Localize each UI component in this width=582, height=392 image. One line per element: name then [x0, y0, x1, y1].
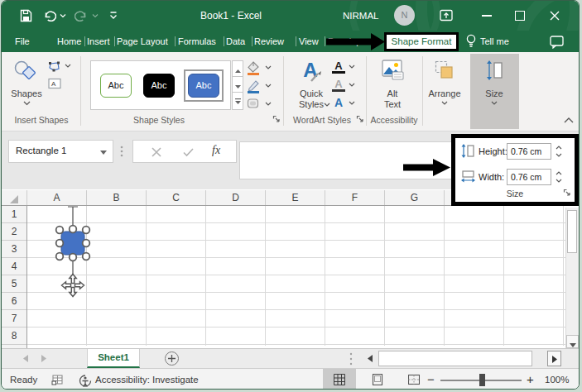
edit-shape-dropdown-icon[interactable]	[65, 64, 71, 69]
gallery-scroll-down[interactable]	[232, 76, 243, 93]
text-outline-dropdown-icon[interactable]	[349, 83, 355, 88]
row-header-1[interactable]: 1	[2, 206, 26, 223]
cells-area[interactable]	[27, 206, 565, 346]
column-header-D[interactable]: D	[206, 190, 266, 205]
shape-style-3[interactable]: Abc	[188, 74, 219, 98]
shape-styles-dialog-launcher-icon[interactable]	[272, 115, 281, 123]
shape-fill-icon[interactable]	[247, 61, 261, 75]
tab-file[interactable]: File	[15, 31, 30, 52]
size-icon[interactable]	[485, 60, 503, 80]
gallery-scroll-up[interactable]	[232, 60, 243, 77]
page-layout-view-button[interactable]	[361, 369, 394, 390]
alt-text-button-line1[interactable]: Alt	[376, 88, 409, 98]
maximize-button[interactable]	[515, 11, 525, 21]
sheet-tab-sheet1[interactable]: Sheet1	[87, 349, 140, 368]
tab-formulas[interactable]: Formulas	[178, 31, 216, 52]
row-header-6[interactable]: 6	[2, 293, 26, 310]
shapes-dropdown-icon[interactable]	[23, 101, 31, 106]
size-dropdown-icon[interactable]	[491, 101, 498, 106]
new-sheet-button[interactable]	[165, 351, 179, 366]
cancel-icon[interactable]	[152, 147, 161, 157]
accessibility-checker-icon[interactable]	[78, 374, 92, 387]
collapse-ribbon-icon[interactable]	[563, 117, 575, 124]
text-fill-dropdown-icon[interactable]	[349, 65, 355, 69]
save-icon[interactable]	[20, 9, 32, 22]
tab-insert[interactable]: Insert	[87, 31, 110, 52]
vertical-scrollbar-thumb[interactable]	[567, 210, 577, 253]
undo-dropdown-icon[interactable]	[60, 13, 66, 18]
name-box-dropdown-icon[interactable]	[100, 151, 108, 155]
row-header-4[interactable]: 4	[2, 258, 26, 275]
column-header-C[interactable]: C	[147, 190, 206, 205]
size-button[interactable]: Size	[475, 88, 513, 98]
tab-strip-divider[interactable]	[349, 352, 353, 366]
column-header-F[interactable]: F	[325, 190, 385, 205]
redo-dropdown-icon[interactable]	[92, 13, 99, 18]
shapes-button[interactable]: Shapes	[8, 88, 45, 98]
tab-view[interactable]: View	[299, 31, 319, 52]
row-header-7[interactable]: 7	[2, 310, 26, 327]
quick-styles-label-line1[interactable]: Quick	[293, 88, 329, 98]
shapes-icon[interactable]	[13, 60, 38, 81]
hscroll-left-icon[interactable]	[366, 355, 373, 362]
zoom-slider-thumb[interactable]	[479, 374, 485, 386]
gallery-more-button[interactable]	[232, 92, 243, 110]
wordart-dialog-launcher-icon[interactable]	[356, 115, 364, 123]
shape-effects-icon[interactable]	[247, 98, 261, 110]
enter-icon[interactable]	[183, 147, 194, 157]
insert-function-button[interactable]: fx	[212, 144, 220, 157]
size-dialog-launcher-icon[interactable]	[563, 189, 571, 197]
user-name[interactable]: NIRMAL	[343, 11, 378, 21]
shape-outline-dropdown-icon[interactable]	[265, 84, 272, 88]
shape-fill-dropdown-icon[interactable]	[265, 65, 272, 70]
tab-page-layout[interactable]: Page Layout	[117, 31, 168, 52]
row-header-8[interactable]: 8	[2, 327, 26, 345]
name-box[interactable]: Rectangle 1	[8, 140, 113, 163]
arrange-button[interactable]: Arrange	[424, 88, 465, 98]
undo-icon[interactable]	[42, 9, 56, 22]
customize-quick-access-icon[interactable]	[109, 11, 118, 19]
row-header-5[interactable]: 5	[2, 275, 26, 293]
page-break-view-button[interactable]	[397, 369, 430, 390]
zoom-out-button[interactable]: −	[427, 372, 435, 386]
minimize-button[interactable]	[482, 15, 492, 17]
height-spinner[interactable]	[556, 146, 562, 157]
arrange-icon[interactable]	[435, 60, 455, 80]
arrange-dropdown-icon[interactable]	[441, 101, 448, 106]
close-button[interactable]	[549, 10, 560, 22]
tab-review[interactable]: Review	[254, 31, 284, 52]
text-effects-icon[interactable]: A	[332, 96, 345, 109]
horizontal-scrollbar-thumb[interactable]	[378, 351, 532, 366]
row-header-2[interactable]: 2	[2, 223, 26, 241]
formula-bar-drag-handle[interactable]	[120, 146, 123, 159]
width-spinner[interactable]	[556, 171, 562, 183]
normal-view-button[interactable]	[323, 369, 356, 390]
shape-style-2[interactable]: Abc	[143, 74, 175, 98]
quick-styles-dropdown-icon[interactable]	[324, 103, 330, 108]
width-input[interactable]: 0.76 cm	[507, 169, 551, 185]
scroll-down-button[interactable]	[566, 335, 579, 348]
select-all-button[interactable]	[2, 190, 27, 205]
column-header-E[interactable]: E	[266, 190, 325, 205]
sheet-nav-left-icon[interactable]	[22, 355, 28, 362]
avatar[interactable]: N	[394, 5, 415, 26]
vertical-scrollbar[interactable]	[565, 208, 579, 348]
text-fill-icon[interactable]: A	[332, 60, 345, 74]
shape-effects-dropdown-icon[interactable]	[265, 102, 272, 107]
alt-text-button-line2[interactable]: Text	[376, 99, 409, 109]
text-outline-icon[interactable]: A	[332, 78, 345, 92]
ribbon-display-options-icon[interactable]	[440, 9, 454, 22]
tab-tell-me[interactable]: Tell me	[480, 31, 509, 52]
zoom-in-button[interactable]: +	[527, 372, 534, 386]
sheet-nav-right-icon[interactable]	[41, 355, 48, 362]
redo-icon[interactable]	[75, 9, 89, 22]
text-box-icon[interactable]: A	[48, 78, 61, 89]
shape-style-1[interactable]: Abc	[100, 74, 132, 98]
column-header-G[interactable]: G	[385, 190, 445, 205]
comment-icon[interactable]	[550, 36, 565, 49]
text-effects-dropdown-icon[interactable]	[349, 101, 355, 106]
accessibility-status[interactable]: Accessibility: Investigate	[95, 375, 199, 385]
height-input[interactable]: 0.76 cm	[507, 143, 551, 160]
tab-home[interactable]: Home	[57, 31, 81, 52]
tab-data[interactable]: Data	[226, 31, 245, 52]
